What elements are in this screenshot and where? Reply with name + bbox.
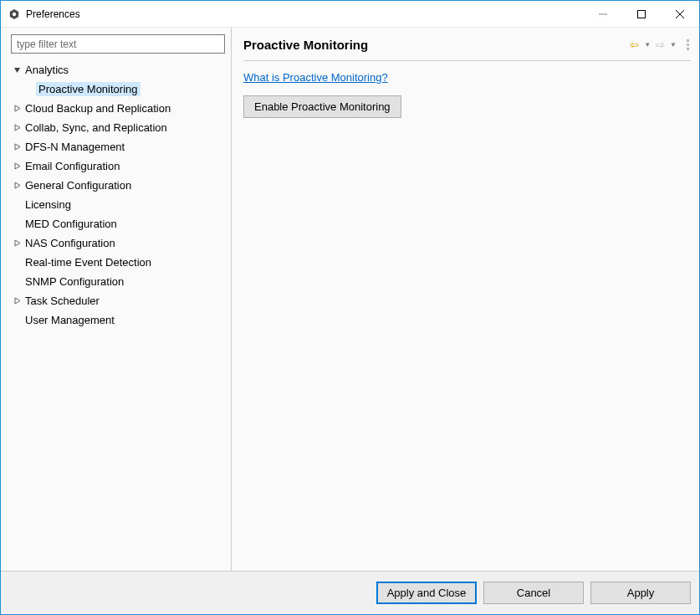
chevron-right-icon[interactable] [11, 162, 23, 170]
chevron-down-icon[interactable] [11, 66, 23, 74]
minimize-button[interactable] [584, 2, 622, 27]
main-panel: Proactive Monitoring ⇦ ▼ ⇨ ▼ What is Pro… [232, 28, 699, 571]
tree-item-dfsn[interactable]: DFS-N Management [6, 137, 227, 156]
tree-item-proactive-monitoring[interactable]: Proactive Monitoring [6, 79, 227, 99]
nav-forward-icon[interactable]: ⇨ [654, 38, 667, 51]
tree-item-label: Proactive Monitoring [36, 82, 141, 96]
apply-button[interactable]: Apply [590, 582, 691, 604]
tree-item-label: Email Configuration [23, 159, 122, 173]
chevron-right-icon[interactable] [11, 143, 23, 151]
tree-item-label: Licensing [23, 197, 74, 212]
preferences-window: Preferences Analytics [0, 0, 700, 615]
tree-item-realtime-event[interactable]: Real-time Event Detection [6, 253, 227, 272]
tree-item-label: Real-time Event Detection [23, 255, 154, 269]
maximize-button[interactable] [622, 2, 661, 27]
window-title: Preferences [26, 8, 80, 20]
apply-and-close-button[interactable]: Apply and Close [376, 582, 477, 604]
chevron-right-icon[interactable] [11, 297, 23, 305]
tree-item-snmp-config[interactable]: SNMP Configuration [6, 272, 227, 291]
app-icon [8, 8, 21, 21]
titlebar: Preferences [1, 1, 699, 28]
svg-point-1 [13, 12, 16, 15]
tree-item-task-scheduler[interactable]: Task Scheduler [6, 291, 227, 310]
tree-item-label: NAS Configuration [23, 236, 118, 250]
tree-item-email-config[interactable]: Email Configuration [6, 156, 227, 176]
tree-item-label: Analytics [23, 63, 71, 77]
window-buttons [584, 2, 699, 27]
header-nav: ⇦ ▼ ⇨ ▼ [628, 38, 691, 52]
tree-item-label: User Management [23, 313, 117, 327]
nav-back-dropdown[interactable]: ▼ [642, 41, 652, 49]
tree-item-label: MED Configuration [23, 217, 120, 231]
tree-item-label: Collab, Sync, and Replication [23, 120, 170, 135]
footer: Apply and Close Cancel Apply [1, 571, 699, 614]
tree-item-label: SNMP Configuration [23, 274, 126, 289]
nav-forward-dropdown[interactable]: ▼ [668, 41, 678, 49]
svg-rect-3 [638, 10, 646, 18]
tree-item-label: Cloud Backup and Replication [23, 101, 173, 115]
enable-proactive-monitoring-button[interactable]: Enable Proactive Monitoring [243, 95, 401, 118]
tree-item-label: Task Scheduler [23, 294, 102, 308]
tree-item-cloud-backup[interactable]: Cloud Backup and Replication [6, 99, 227, 118]
tree-item-label: General Configuration [23, 178, 134, 192]
main-header: Proactive Monitoring ⇦ ▼ ⇨ ▼ [243, 34, 691, 61]
tree-item-med-config[interactable]: MED Configuration [6, 214, 227, 233]
chevron-right-icon[interactable] [11, 182, 23, 189]
body: Analytics Proactive Monitoring Cloud Bac… [1, 28, 699, 571]
filter-input[interactable] [11, 34, 225, 54]
view-menu-icon[interactable] [685, 38, 691, 52]
chevron-right-icon[interactable] [11, 239, 23, 247]
nav-back-icon[interactable]: ⇦ [628, 38, 641, 51]
close-button[interactable] [661, 2, 699, 27]
preferences-tree: Analytics Proactive Monitoring Cloud Bac… [6, 60, 227, 330]
page-title: Proactive Monitoring [243, 38, 368, 52]
chevron-right-icon[interactable] [11, 105, 23, 112]
tree-item-label: DFS-N Management [23, 140, 127, 154]
tree-item-licensing[interactable]: Licensing [6, 195, 227, 214]
tree-item-user-management[interactable]: User Management [6, 310, 227, 330]
help-link[interactable]: What is Proactive Monitoring? [243, 71, 691, 84]
tree-item-analytics[interactable]: Analytics [6, 60, 227, 79]
chevron-right-icon[interactable] [11, 124, 23, 131]
tree-item-collab-sync[interactable]: Collab, Sync, and Replication [6, 118, 227, 137]
tree-item-general-config[interactable]: General Configuration [6, 176, 227, 195]
tree-item-nas-config[interactable]: NAS Configuration [6, 233, 227, 253]
sidebar: Analytics Proactive Monitoring Cloud Bac… [1, 28, 232, 571]
cancel-button[interactable]: Cancel [483, 582, 584, 604]
